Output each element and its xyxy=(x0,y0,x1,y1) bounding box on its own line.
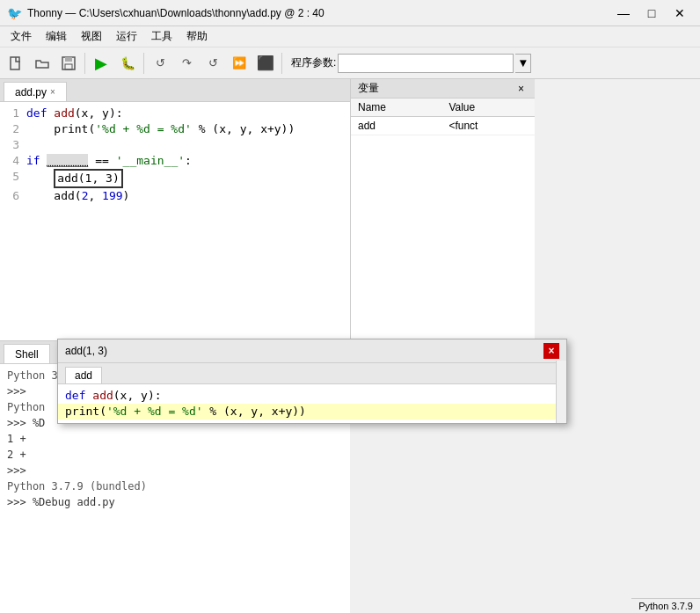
open-file-button[interactable] xyxy=(30,51,55,76)
editor-tab-label: add.py xyxy=(15,86,47,99)
titlebar-left: 🐦 Thonny — C:\Users\cxhuan\Downloads\tho… xyxy=(7,6,324,20)
close-button[interactable]: ✕ xyxy=(667,4,693,22)
step-out-button[interactable]: ↺ xyxy=(201,51,225,76)
svg-rect-2 xyxy=(65,57,72,62)
stop-button[interactable]: ⬛ xyxy=(253,51,278,76)
shell-tab-label: Shell xyxy=(15,348,39,361)
step-over-button[interactable]: ↺ xyxy=(148,51,172,76)
menu-help[interactable]: 帮助 xyxy=(179,27,215,46)
toolbar-separator-3 xyxy=(281,53,282,74)
dialog-code-line-1: def add(x, y): xyxy=(58,388,566,404)
code-line-2: 2 print('%d + %d = %d' % (x, y, x+y)) xyxy=(0,121,350,137)
svg-rect-3 xyxy=(65,64,72,69)
menubar: 文件 编辑 视图 运行 工具 帮助 xyxy=(0,26,700,47)
shell-tab[interactable]: Shell xyxy=(4,344,50,363)
debug-dialog-title-text: add(1, 3) xyxy=(65,345,107,357)
new-file-button[interactable] xyxy=(4,51,28,76)
code-editor[interactable]: 1 def add(x, y): 2 print('%d + %d = %d' … xyxy=(0,102,350,340)
minimize-button[interactable]: — xyxy=(610,4,637,22)
prog-args-input[interactable] xyxy=(338,54,514,73)
statusbar: Python 3.7.9 xyxy=(631,598,700,613)
variable-row-add: add <funct xyxy=(351,117,535,135)
editor-tab-bar: add.py × xyxy=(0,79,350,102)
variables-table: Name Value add <funct xyxy=(351,99,535,135)
shell-line-12: >>> %Debug add.py xyxy=(7,494,343,510)
code-line-5: 5 add(1, 3) xyxy=(0,169,350,188)
variables-header: 变量 × xyxy=(351,79,535,99)
debug-dialog: add(1, 3) × add def add(x, y): print('%d… xyxy=(57,339,567,424)
code-line-6: 6 add(2, 199) xyxy=(0,188,350,204)
dialog-code-line-2: print('%d + %d = %d' % (x, y, x+y)) xyxy=(58,404,566,420)
var-name-add: add xyxy=(351,117,441,135)
debug-dialog-close[interactable]: × xyxy=(543,343,559,359)
titlebar-controls: — □ ✕ xyxy=(610,4,693,22)
debug-button[interactable]: 🐛 xyxy=(115,51,140,76)
menu-run[interactable]: 运行 xyxy=(109,27,144,46)
menu-tools[interactable]: 工具 xyxy=(144,27,179,46)
debug-dialog-tabs: add xyxy=(58,363,566,384)
statusbar-text: Python 3.7.9 xyxy=(638,601,693,611)
shell-line-9: >>> xyxy=(7,463,343,478)
menu-file[interactable]: 文件 xyxy=(4,27,39,46)
toolbar-separator-2 xyxy=(143,53,144,74)
app-icon: 🐦 xyxy=(7,6,22,20)
var-value-add: <funct xyxy=(441,117,535,135)
step-into-button[interactable]: ↷ xyxy=(174,51,199,76)
menu-view[interactable]: 视图 xyxy=(74,27,109,46)
prog-args-dropdown[interactable]: ▼ xyxy=(515,54,531,73)
shell-line-11: Python 3.7.9 (bundled) xyxy=(7,478,343,494)
code-line-4: 4 if ______ == '__main__': xyxy=(0,153,350,169)
debug-dialog-title: add(1, 3) × xyxy=(58,339,566,363)
debug-dialog-tab-add[interactable]: add xyxy=(65,367,102,383)
svg-rect-0 xyxy=(11,57,19,69)
prog-args-label: 程序参数: xyxy=(291,55,336,70)
editor-tab-add-py[interactable]: add.py × xyxy=(4,82,67,101)
titlebar: 🐦 Thonny — C:\Users\cxhuan\Downloads\tho… xyxy=(0,0,700,26)
code-line-1: 1 def add(x, y): xyxy=(0,106,350,121)
debug-dialog-content: def add(x, y): print('%d + %d = %d' % (x… xyxy=(58,384,566,423)
shell-line-8: 2 + xyxy=(7,447,343,463)
menu-edit[interactable]: 编辑 xyxy=(39,27,74,46)
variables-pane: 变量 × Name Value add <funct xyxy=(350,79,535,340)
col-value-header: Value xyxy=(441,99,535,117)
shell-line-7: 1 + xyxy=(7,431,343,447)
variables-close[interactable]: × xyxy=(514,83,528,95)
toolbar-separator-1 xyxy=(84,53,85,74)
app-title: Thonny — C:\Users\cxhuan\Downloads\thonn… xyxy=(27,7,324,19)
toolbar: ▶ 🐛 ↺ ↷ ↺ ⏩ ⬛ 程序参数: ▼ xyxy=(0,47,700,79)
maximize-button[interactable]: □ xyxy=(638,4,665,22)
editor-tab-close[interactable]: × xyxy=(50,87,55,97)
col-name-header: Name xyxy=(351,99,441,117)
save-file-button[interactable] xyxy=(56,51,81,76)
code-line-3: 3 xyxy=(0,137,350,153)
variables-panel-label: 变量 xyxy=(358,81,379,96)
resume-button[interactable]: ⏩ xyxy=(227,51,252,76)
run-button[interactable]: ▶ xyxy=(89,51,113,76)
